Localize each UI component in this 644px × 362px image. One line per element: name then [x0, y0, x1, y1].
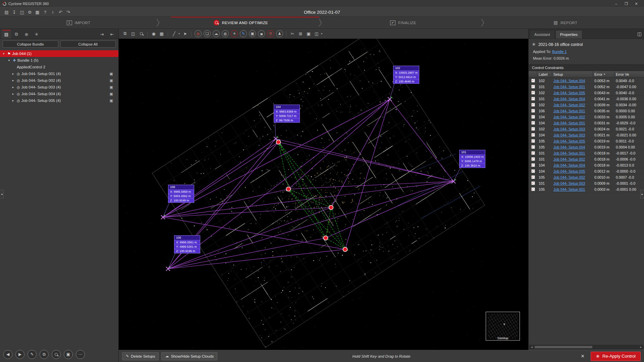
checkbox[interactable]: ✓	[531, 151, 535, 155]
geotag-pin-icon[interactable]: ⚲	[267, 30, 274, 37]
info-icon[interactable]: i	[49, 9, 57, 16]
tree-item-applied-control[interactable]: AppliedControl 2	[0, 64, 118, 70]
storage-icon[interactable]: ▦	[34, 9, 41, 16]
control-point-label[interactable]: 102X: 10003.2907 mY: 5012.6614 mZ: 100.4…	[393, 66, 419, 84]
undo-icon[interactable]: ↶	[57, 9, 64, 16]
cell-setup-link[interactable]: Job 044- Setup 004	[552, 163, 593, 167]
tab-properties[interactable]: Properties	[555, 30, 582, 39]
fit-view-icon[interactable]: ⊞	[297, 30, 304, 38]
cell-setup-link[interactable]: Job 044- Setup 001	[552, 151, 593, 155]
checkbox[interactable]: ✓	[531, 175, 535, 179]
column-error-vector[interactable]: Error Ve	[614, 71, 644, 77]
table-row[interactable]: ✓105Job 044- Setup 0010.0003 m-0.0001 0.…	[529, 186, 644, 192]
table-row[interactable]: ✓101Job 044- Setup 0040.0041 m-0.0036 0.…	[529, 96, 644, 102]
cell-setup-link[interactable]: Job 044- Setup 003	[552, 127, 593, 131]
workflow-step-review-and-optimize[interactable]: REVIEW AND OPTIMIZE	[162, 17, 319, 28]
cell-setup-link[interactable]: Job 044- Setup 004	[552, 97, 593, 101]
sort-caret-icon[interactable]: ▾	[604, 73, 605, 76]
cell-setup-link[interactable]: Job 044- Setup 005	[552, 139, 593, 143]
table-row[interactable]: ✓102Job 044- Setup 0040.0053 m0.0049 -0.…	[529, 78, 644, 84]
edit-button[interactable]: ✎	[28, 350, 37, 359]
more-button[interactable]: ⋯	[76, 350, 85, 359]
column-error[interactable]: Error▾	[593, 71, 614, 77]
redo-icon[interactable]: ↷	[64, 9, 72, 16]
cell-setup-link[interactable]: Job 044- Setup 003	[552, 181, 593, 185]
cell-setup-link[interactable]: Job 044- Setup 005	[552, 169, 593, 173]
maximize-button[interactable]: ❐	[621, 2, 631, 6]
table-row[interactable]: ✓105Job 044- Setup 0050.0019 m0.0011 -0.…	[529, 138, 644, 144]
image-marker-icon[interactable]: ▣	[249, 30, 256, 37]
grid-view-icon[interactable]: ▦	[158, 30, 165, 38]
expander-icon[interactable]: ▾	[1, 52, 6, 55]
checkbox[interactable]: ✓	[531, 97, 535, 101]
expander-icon[interactable]: ▸	[11, 79, 15, 82]
cell-setup-link[interactable]: Job 044- Setup 004	[552, 145, 593, 149]
checkbox[interactable]: ✓	[531, 181, 535, 185]
workflow-step-import[interactable]: ↧ IMPORT	[0, 17, 157, 28]
table-row[interactable]: ✓105Job 044- Setup 0040.0019 m0.0004 0.0…	[529, 144, 644, 150]
import-data-icon[interactable]: ↧	[10, 9, 18, 16]
right-panel-collapse-handle[interactable]: ▸	[640, 190, 644, 198]
control-point-label[interactable]: 106X: 9985.5859 mY: 5003.4562 mZ: 100.92…	[168, 185, 194, 203]
scrollbar-thumb[interactable]	[535, 346, 592, 348]
expander-icon[interactable]: ▾	[7, 59, 11, 62]
duplicate-button[interactable]: ⧉	[40, 350, 49, 359]
reapply-control-button[interactable]: ✳ Re-Apply Control	[591, 352, 641, 361]
show-hide-setup-clouds-button[interactable]: ☁ Show/Hide Setup Clouds	[161, 352, 217, 360]
checkbox[interactable]: ✓	[531, 127, 535, 131]
checkbox[interactable]: ✓	[531, 85, 535, 88]
tree-item-setup[interactable]: ▸◎Job 044- Setup 005 (4)▣	[0, 97, 118, 104]
checkbox[interactable]: ✓	[531, 103, 535, 107]
control-point-label[interactable]: 101X: 10008.2403 mY: 5006.1478 mZ: 100.3…	[459, 150, 485, 168]
checkbox[interactable]: ✓	[531, 115, 535, 119]
horizontal-scrollbar[interactable]: ◂ ▸	[529, 345, 643, 349]
camera-icon[interactable]: ◙	[258, 30, 265, 37]
tree-item-setup[interactable]: ▸◎Job 044- Setup 003 (4)▣	[0, 84, 118, 90]
applied-to-link[interactable]: Bundle 1	[552, 50, 567, 54]
pano-person-icon[interactable]: ♟	[276, 30, 283, 37]
table-row[interactable]: ✓101Job 044- Setup 0020.0018 m-0.0006 -0…	[529, 156, 644, 162]
collapse-all-button[interactable]: Collapse All	[60, 41, 116, 48]
checkbox[interactable]: ✓	[531, 79, 535, 82]
column-label[interactable]: Label	[537, 71, 552, 77]
settings-gear-icon[interactable]: ⚙	[26, 9, 34, 16]
split-view-icon[interactable]: ✂	[289, 30, 296, 38]
copy-icon[interactable]: ⧉	[121, 30, 129, 38]
close-button[interactable]: ✕	[631, 2, 641, 6]
table-row[interactable]: ✓102Job 044- Setup 0050.0043 m0.0040 -0.…	[529, 90, 644, 96]
table-row[interactable]: ✓104Job 044- Setup 0050.0012 m-0.0000 -0…	[529, 168, 644, 174]
cell-setup-link[interactable]: Job 044- Setup 001	[552, 187, 593, 191]
cell-setup-link[interactable]: Job 044- Setup 005	[552, 91, 593, 95]
annotate-pen-icon[interactable]: ✎	[240, 30, 247, 37]
layout-icon[interactable]: ◫	[313, 30, 320, 38]
tree-item-bundle[interactable]: ▾ ❖ Bundle 1 (5)	[0, 57, 118, 64]
measure-icon[interactable]: ╱	[170, 30, 178, 38]
cell-setup-link[interactable]: Job 044- Setup 004	[552, 79, 593, 83]
cell-setup-link[interactable]: Job 044- Setup 001	[552, 109, 593, 113]
publish-icon[interactable]: ◫	[18, 9, 26, 16]
sphere-icon[interactable]: ◍	[222, 30, 229, 37]
checkbox[interactable]: ✓	[531, 163, 535, 167]
scroll-right-icon[interactable]: ▸	[639, 346, 643, 349]
cell-setup-link[interactable]: Job 044- Setup 002	[552, 157, 593, 161]
point-cloud-viewport[interactable]: 102X: 10003.2907 mY: 5012.6614 mZ: 100.4…	[119, 39, 528, 350]
control-point-label[interactable]: 105X: 9986.0561 mY: 4999.5261 mZ: 100.91…	[174, 235, 200, 253]
cloud-icon[interactable]: ☁	[213, 30, 220, 37]
cell-setup-link[interactable]: Job 044- Setup 001	[552, 85, 593, 89]
setup-image-icon[interactable]: ▣	[110, 99, 113, 103]
table-row[interactable]: ✓101Job 044- Setup 0030.0009 m-0.0001 -0…	[529, 180, 644, 186]
select-icon[interactable]: ➤	[181, 30, 189, 38]
checkbox[interactable]: ✓	[531, 109, 535, 113]
play-button[interactable]: ▶	[15, 350, 24, 359]
control-network-icon[interactable]: ✳	[231, 30, 238, 37]
zoom-window-icon[interactable]	[138, 30, 145, 38]
tree-item-setup[interactable]: ▸◎Job 044- Setup 004 (4)▣	[0, 90, 118, 97]
table-row[interactable]: ✓104Job 044- Setup 0040.0018 m-0.0013 0.…	[529, 162, 644, 168]
expander-icon[interactable]: ▸	[11, 85, 15, 89]
project-explorer-tab[interactable]: ▤	[1, 30, 11, 39]
collapse-branch-icon[interactable]: ⇤	[107, 30, 117, 39]
limit-box-icon[interactable]: ◎	[195, 30, 202, 37]
checkbox[interactable]: ✓	[531, 157, 535, 161]
panel-toggle-icon[interactable]: ◫	[637, 31, 642, 37]
view-sync-icon[interactable]: ◉	[150, 30, 157, 38]
